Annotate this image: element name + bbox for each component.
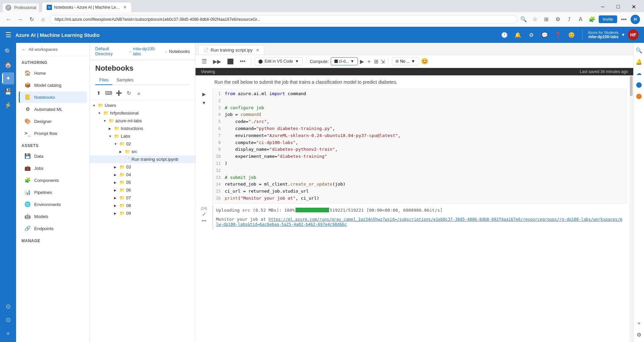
right-panel-icon-blue[interactable]: ⬤ (634, 80, 644, 89)
sidebar-item-endpoints[interactable]: 🔗 Endpoints (19, 223, 87, 234)
share-btn[interactable]: ⤴ (565, 15, 574, 24)
menu-toggle-btn[interactable]: ☰ (5, 31, 11, 39)
right-panel-icon-bell[interactable]: 🔔 (634, 57, 644, 66)
back-btn[interactable]: ← (4, 15, 13, 24)
breadcrumb-item-0[interactable]: Default Directory (95, 46, 127, 56)
user-avatar-edge[interactable]: H (631, 15, 640, 24)
help-icon[interactable]: ❓ (553, 29, 564, 40)
tree-item-azure-ml-labs[interactable]: ▼ 📁 azure-ml-labs (90, 117, 195, 125)
sidebar-item-jobs[interactable]: 💼 Jobs (19, 162, 87, 174)
notification-icon[interactable]: 🔔 (513, 29, 523, 40)
close-btn[interactable]: ✕ (626, 1, 641, 12)
edit-vscode-btn[interactable]: ⬤ Edit in VS Code ▼ (255, 57, 303, 65)
user-avatar[interactable]: HF (628, 29, 639, 40)
tree-item-08[interactable]: ▶ 📁 08 (90, 202, 195, 209)
search-icon[interactable]: 🔍 (519, 15, 528, 24)
tree-item-07[interactable]: ▶ 📁 07 (90, 194, 195, 202)
terminal-btn[interactable]: ⌨ (104, 88, 113, 98)
sidebar-item-designer[interactable]: 🎨 Designer (19, 116, 87, 127)
sidebar-item-model-catalog[interactable]: 📦 Model catalog (19, 79, 87, 91)
right-panel-icon-orange[interactable]: ⬤ (634, 91, 644, 100)
compute-select[interactable]: ci-d... ▼ (331, 57, 358, 65)
tree-item-09[interactable]: ▶ 📁 09 (90, 209, 195, 217)
collections-btn[interactable]: ⊞ (542, 15, 551, 24)
tree-item-03[interactable]: ▶ 📁 03 (90, 163, 195, 171)
gear-icon[interactable]: ⚙ (526, 29, 537, 40)
scroll-track[interactable] (629, 75, 633, 342)
collapse-btn[interactable]: « (134, 88, 144, 98)
sidebar-back[interactable]: ← All workspaces (16, 43, 90, 56)
cell-output-more-btn[interactable]: ••• (202, 218, 207, 223)
tree-item-hrfprofessional[interactable]: ▼ 📁 hrfprofessional (90, 109, 195, 117)
rail-icon-home[interactable]: 🏠 (2, 59, 14, 71)
tree-item-users[interactable]: ▼ 📁 Users (90, 101, 195, 109)
tree-item-labs[interactable]: ▼ 📁 Labs (90, 132, 195, 140)
extensions-btn[interactable]: 🧩 (587, 15, 597, 24)
scroll-thumb[interactable] (630, 76, 633, 96)
invite-btn[interactable]: Invite (599, 15, 617, 23)
settings-btn[interactable]: ⚙ (553, 15, 562, 24)
maximize-btn[interactable]: □ (610, 1, 626, 12)
tree-item-04[interactable]: ▶ 📁 04 (90, 171, 195, 179)
favorites-btn[interactable]: ☆ (530, 15, 540, 24)
home-btn[interactable]: ⌂ (38, 15, 48, 24)
sidebar-item-home[interactable]: 🏠 Home (19, 67, 87, 79)
toolbar-stop-btn[interactable]: ⬛ (225, 58, 236, 65)
right-panel-icon-gear[interactable]: ⚙ (634, 330, 644, 339)
code-block[interactable]: 1 from azure.ai.ml import command 2 3 # … (212, 89, 627, 204)
clock-icon[interactable]: 🕐 (499, 29, 510, 40)
sidebar-item-environments[interactable]: 🌐 Environments (19, 199, 87, 210)
status-badge[interactable]: No ... ▼ (392, 57, 419, 65)
monitor-link[interactable]: https://ml.azure.com/runs/gray_camel_1qz… (216, 217, 622, 227)
tab-close-icon[interactable]: ✕ (256, 48, 259, 53)
rail-icon-add[interactable]: ＋ (2, 327, 14, 339)
upload-btn[interactable]: ⬆ (94, 88, 103, 98)
dropdown-arrow[interactable]: ▼ (621, 32, 625, 37)
translate-btn[interactable]: A (576, 15, 585, 24)
sidebar-item-models[interactable]: 🤖 Models (19, 211, 87, 222)
tree-item-instructions[interactable]: ▶ 📁 Instructions (90, 125, 195, 132)
right-panel-icon-cloud[interactable]: ☁ (634, 68, 644, 78)
sidebar-item-data[interactable]: 💾 Data (19, 150, 87, 162)
split-cell-btn[interactable]: ⇲ (380, 58, 385, 65)
tree-item-05[interactable]: ▶ 📁 05 (90, 179, 195, 186)
cell-type-btn[interactable]: ⊞ (374, 58, 378, 65)
tree-item-notebook[interactable]: 📄 Run training script.ipynb (90, 155, 195, 163)
tab-samples[interactable]: Samples (112, 75, 138, 85)
tab-files[interactable]: Files (95, 75, 112, 85)
active-notebook-tab[interactable]: 📄 Run training script.ipy ✕ (198, 45, 264, 55)
rail-icon-github[interactable]: ⊙ (2, 300, 14, 313)
sidebar-item-notebooks[interactable]: 📒 Notebooks (19, 91, 87, 103)
rail-icon-data[interactable]: 💾 (2, 86, 14, 98)
right-panel-icon-search[interactable]: 🔍 (634, 46, 644, 55)
breadcrumb-item-1[interactable]: mlw-dp100-labs (133, 46, 163, 56)
cell-run-btn[interactable]: ▶ (200, 90, 208, 98)
feedback-icon[interactable]: 💬 (539, 29, 550, 40)
sidebar-item-automated-ml[interactable]: ⚙ Automated ML (19, 104, 87, 115)
right-panel-icon-add[interactable]: ＋ (634, 319, 644, 328)
run-cell-btn[interactable]: ▶ (360, 58, 364, 65)
forward-btn[interactable]: → (15, 15, 25, 24)
rail-icon-ai[interactable]: ✦ (2, 72, 14, 84)
more-btn[interactable]: ••• (619, 15, 629, 24)
rail-icon-search[interactable]: 🔍 (2, 46, 14, 58)
sidebar-item-pipelines[interactable]: 📊 Pipelines (19, 187, 87, 198)
tab-close-btn[interactable]: ✕ (123, 5, 127, 10)
toolbar-run-all-btn[interactable]: ▶▶ (211, 58, 223, 65)
tree-item-src[interactable]: ▶ 📁 src (90, 148, 195, 155)
toolbar-menu-btn[interactable]: ☰ (200, 57, 209, 66)
sidebar-item-prompt-flow[interactable]: >_ Prompt flow (19, 128, 87, 139)
refresh-btn[interactable]: ↻ (27, 15, 36, 24)
address-input[interactable] (50, 15, 517, 24)
rail-icon-github2[interactable]: ⊙ (2, 314, 14, 326)
refresh-tree-btn[interactable]: ↻ (124, 88, 133, 98)
tree-item-02[interactable]: ▼ 📁 02 (90, 140, 195, 148)
rail-icon-compute[interactable]: ⚡ (2, 99, 14, 111)
smiley-icon[interactable]: 😊 (566, 29, 577, 40)
tree-item-06[interactable]: ▶ 📁 06 (90, 186, 195, 194)
add-cell-btn[interactable]: ＋ (366, 57, 372, 65)
sidebar-item-components[interactable]: 🧩 Components (19, 175, 87, 186)
emoji-btn[interactable]: 😊 (421, 58, 428, 65)
toolbar-more-btn[interactable]: ••• (238, 58, 248, 65)
cell-collapse-btn[interactable]: ▼ (200, 99, 208, 107)
